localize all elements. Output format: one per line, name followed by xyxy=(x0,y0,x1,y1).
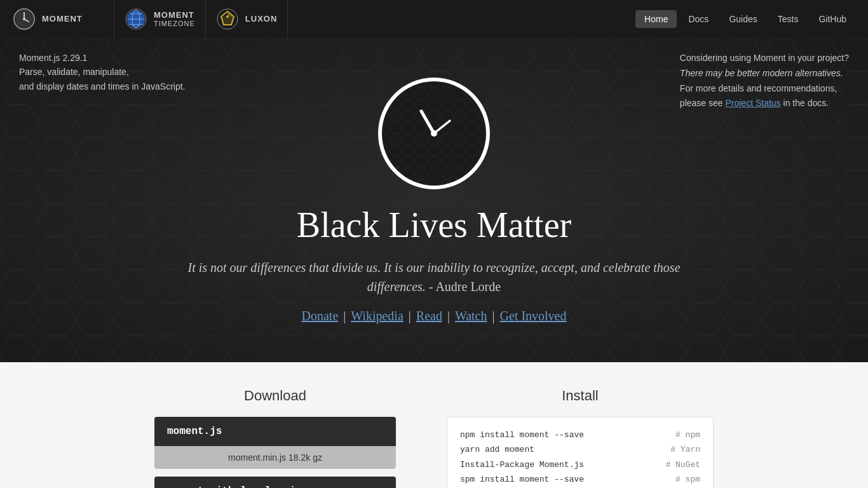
download-title: Download xyxy=(154,388,396,404)
download-moment-sub: moment.min.js 18.2k gz xyxy=(154,446,396,469)
read-link[interactable]: Read xyxy=(416,309,442,323)
nav-link-tests[interactable]: Tests xyxy=(769,10,808,28)
hero-section: Moment.js 2.29.1 Parse, validate, manipu… xyxy=(0,38,868,362)
luxon-brand-text: LUXON xyxy=(245,14,278,24)
navbar: MOMENT MOMENT TIMEZONE LUXON Home Docs G… xyxy=(0,0,868,38)
gem-icon xyxy=(216,8,239,30)
recommendation-line4: please see Project Status in the docs. xyxy=(680,96,849,111)
get-involved-link[interactable]: Get Involved xyxy=(500,309,567,323)
version-text: Moment.js 2.29.1 xyxy=(19,51,185,65)
moment-brand-text: MOMENT xyxy=(42,14,83,24)
install-section: Install npm install moment --save # npm … xyxy=(447,388,714,488)
description-line1: Parse, validate, manipulate, xyxy=(19,65,185,79)
install-code-block: npm install moment --save # npm yarn add… xyxy=(447,417,714,488)
hero-title: Black Lives Matter xyxy=(297,205,571,245)
hero-info-left: Moment.js 2.29.1 Parse, validate, manipu… xyxy=(19,51,185,93)
download-item-moment: moment.js moment.min.js 18.2k gz xyxy=(154,417,396,469)
recommendation-line2: There may be better modern alternatives. xyxy=(680,66,849,81)
hero-info-right: Considering using Moment in your project… xyxy=(680,51,849,111)
code-line-yarn: yarn add moment # Yarn xyxy=(460,442,700,457)
install-title: Install xyxy=(447,388,714,404)
download-moment-header[interactable]: moment.js xyxy=(154,417,396,446)
timezone-brand-text: MOMENT TIMEZONE xyxy=(154,10,195,29)
project-status-link[interactable]: Project Status xyxy=(725,98,780,108)
code-line-npm: npm install moment --save # npm xyxy=(460,428,700,442)
nav-links: Home Docs Guides Tests GitHub xyxy=(635,10,868,28)
content-section: Download moment.js moment.min.js 18.2k g… xyxy=(0,362,868,488)
download-item-locales: moment-with-locales.js moment-with-local… xyxy=(154,477,396,488)
globe-icon xyxy=(125,8,147,30)
nav-link-github[interactable]: GitHub xyxy=(810,10,855,28)
hero-links: Donate | Wikipedia | Read | Watch | Get … xyxy=(302,309,567,323)
donate-link[interactable]: Donate xyxy=(302,309,339,323)
nav-link-guides[interactable]: Guides xyxy=(720,10,766,28)
code-line-nuget: Install-Package Moment.js # NuGet xyxy=(460,458,700,472)
nav-link-docs[interactable]: Docs xyxy=(679,10,717,28)
svg-point-19 xyxy=(431,130,437,137)
code-line-spm: spm install moment --save # spm xyxy=(460,472,700,487)
svg-point-13 xyxy=(226,15,229,18)
recommendation-line1: Considering using Moment in your project… xyxy=(680,51,849,66)
hero-logo xyxy=(377,76,491,193)
recommendation-line3: For more details and recommendations, xyxy=(680,81,849,97)
hero-quote: It is not our differences that divide us… xyxy=(180,258,688,296)
watch-link[interactable]: Watch xyxy=(455,309,487,323)
description-line2: and display dates and times in JavaScrip… xyxy=(19,79,185,93)
clock-icon xyxy=(13,8,36,30)
nav-link-home[interactable]: Home xyxy=(635,10,677,28)
nav-brand-moment[interactable]: MOMENT xyxy=(0,0,114,38)
nav-brand-timezone[interactable]: MOMENT TIMEZONE xyxy=(114,0,206,38)
download-section: Download moment.js moment.min.js 18.2k g… xyxy=(154,388,396,488)
svg-point-4 xyxy=(23,18,25,20)
wikipedia-link[interactable]: Wikipedia xyxy=(351,309,403,323)
hero-clock-svg xyxy=(377,76,491,191)
download-locales-header[interactable]: moment-with-locales.js xyxy=(154,477,396,488)
nav-brand-luxon[interactable]: LUXON xyxy=(206,0,288,38)
